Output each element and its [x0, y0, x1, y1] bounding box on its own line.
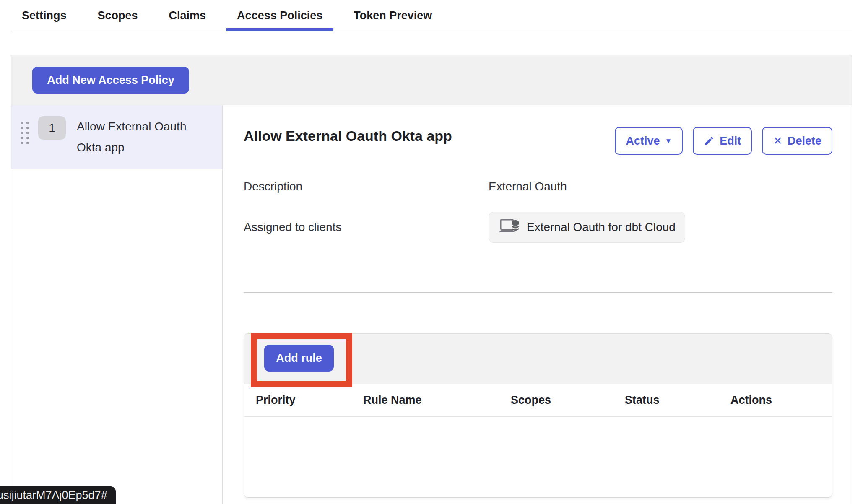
- rules-toolbar: Add rule: [244, 334, 832, 384]
- assigned-to-clients-label: Assigned to clients: [244, 221, 489, 234]
- add-new-access-policy-button[interactable]: Add New Access Policy: [32, 67, 189, 94]
- pencil-icon: [704, 135, 715, 146]
- section-divider: [244, 292, 832, 293]
- panel-toolbar: Add New Access Policy: [11, 55, 852, 105]
- rules-table-body: [244, 417, 832, 497]
- delete-button[interactable]: ✕ Delete: [762, 127, 832, 155]
- description-row: Description External Oauth: [244, 180, 832, 193]
- edit-label: Edit: [720, 135, 741, 148]
- caret-down-icon: ▼: [665, 138, 672, 145]
- column-priority: Priority: [256, 394, 363, 407]
- column-scopes: Scopes: [511, 394, 625, 407]
- access-policies-page: Settings Scopes Claims Access Policies T…: [0, 0, 863, 504]
- access-policies-panel: Add New Access Policy 1 Allow External O…: [11, 55, 852, 504]
- status-bar-tooltip: usijiutarM7Aj0Ep5d7#: [0, 486, 116, 504]
- tab-token-preview[interactable]: Token Preview: [343, 0, 443, 31]
- policy-list: 1 Allow External Oauth Okta app: [11, 105, 223, 504]
- add-rule-button[interactable]: Add rule: [264, 345, 334, 372]
- policy-priority-badge: 1: [38, 116, 66, 140]
- status-dropdown-button[interactable]: Active ▼: [615, 127, 683, 155]
- policy-actions: Active ▼ Edit ✕ Delete: [615, 127, 832, 155]
- policy-title: Allow External Oauth Okta app: [244, 126, 452, 145]
- policy-detail: Allow External Oauth Okta app Active ▼ E…: [223, 105, 852, 504]
- description-label: Description: [244, 180, 489, 193]
- tab-access-policies[interactable]: Access Policies: [226, 0, 333, 31]
- tab-claims[interactable]: Claims: [158, 0, 217, 31]
- drag-handle-icon[interactable]: [19, 120, 31, 145]
- tab-bar: Settings Scopes Claims Access Policies T…: [0, 0, 863, 31]
- rules-card: Add rule Priority Rule Name Scopes Statu…: [244, 333, 832, 498]
- assigned-clients-row: Assigned to clients: [244, 212, 832, 243]
- column-status: Status: [625, 394, 730, 407]
- client-chip-label: External Oauth for dbt Cloud: [527, 221, 676, 234]
- column-actions: Actions: [730, 394, 832, 407]
- close-icon: ✕: [773, 135, 782, 147]
- client-chip[interactable]: External Oauth for dbt Cloud: [489, 212, 685, 243]
- edit-button[interactable]: Edit: [693, 127, 752, 155]
- tab-settings[interactable]: Settings: [11, 0, 78, 31]
- column-rule-name: Rule Name: [363, 394, 511, 407]
- tab-scopes[interactable]: Scopes: [87, 0, 149, 31]
- delete-label: Delete: [788, 135, 821, 148]
- status-bar-text: usijiutarM7Aj0Ep5d7#: [0, 489, 107, 502]
- laptop-database-icon: [498, 218, 521, 237]
- policy-list-item[interactable]: 1 Allow External Oauth Okta app: [11, 105, 222, 169]
- rules-table-header: Priority Rule Name Scopes Status Actions: [244, 384, 832, 417]
- status-label: Active: [626, 135, 660, 148]
- description-value: External Oauth: [489, 180, 832, 193]
- policy-name: Allow External Oauth Okta app: [77, 116, 199, 158]
- panel-body: 1 Allow External Oauth Okta app Allow Ex…: [11, 105, 852, 504]
